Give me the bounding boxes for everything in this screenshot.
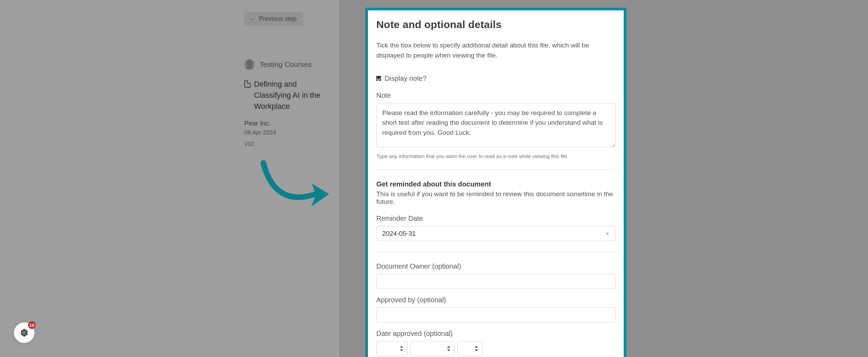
previous-step-label: Previous step: [259, 15, 297, 23]
display-note-label: Display note?: [385, 75, 427, 82]
fab-badge-count: 10: [28, 321, 36, 329]
display-note-checkbox[interactable]: [376, 76, 381, 81]
note-label: Note: [376, 92, 615, 99]
arrow-left-icon: ←: [251, 16, 256, 22]
document-icon: [244, 80, 251, 88]
date-approved-day-select[interactable]: [376, 341, 407, 356]
note-details-modal: Note and optional details Tick the box b…: [365, 8, 626, 357]
reminder-heading: Get reminded about this document: [376, 180, 615, 188]
avatar: [244, 59, 255, 70]
divider-2: [376, 252, 615, 252]
approved-by-label: Approved by (optional): [376, 296, 615, 304]
vertical-divider: [340, 0, 340, 357]
previous-step-button[interactable]: ← Previous step: [244, 12, 303, 26]
modal-intro: Tick the box below to specify additional…: [376, 40, 605, 61]
course-name: Testing Courses: [260, 60, 312, 69]
help-fab[interactable]: 10: [14, 322, 35, 343]
document-title: Defining and Classifying AI in the Workp…: [254, 79, 330, 112]
doc-owner-label: Document Owner (optional): [376, 262, 615, 270]
left-pane: ← Previous step Testing Courses Defining…: [0, 0, 340, 357]
reminder-subtext: This is useful if you want to be reminde…: [376, 190, 615, 206]
document-date: 08 Apr 2024: [244, 129, 334, 136]
reminder-date-label: Reminder Date: [376, 215, 615, 223]
doc-owner-input[interactable]: [376, 274, 615, 289]
company-name: Pear Inc.: [244, 120, 334, 127]
date-approved-selects: [376, 341, 615, 356]
note-help-text: Type any information that you want the u…: [376, 153, 615, 159]
clear-date-icon[interactable]: ×: [603, 228, 611, 239]
display-note-row[interactable]: Display note?: [376, 75, 615, 82]
document-version: V02: [244, 141, 334, 147]
modal-title: Note and optional details: [376, 19, 615, 31]
fab-logo-icon: [19, 328, 29, 338]
date-approved-year-select[interactable]: [457, 341, 482, 356]
course-row: Testing Courses: [244, 59, 334, 70]
approved-by-input[interactable]: [376, 307, 615, 323]
doc-title-row: Defining and Classifying AI in the Workp…: [244, 79, 334, 112]
date-approved-month-select[interactable]: [410, 341, 455, 356]
note-textarea[interactable]: [376, 103, 615, 147]
date-approved-label: Date approved (optional): [376, 330, 615, 338]
reminder-date-input[interactable]: [376, 226, 615, 241]
divider-1: [376, 169, 615, 170]
